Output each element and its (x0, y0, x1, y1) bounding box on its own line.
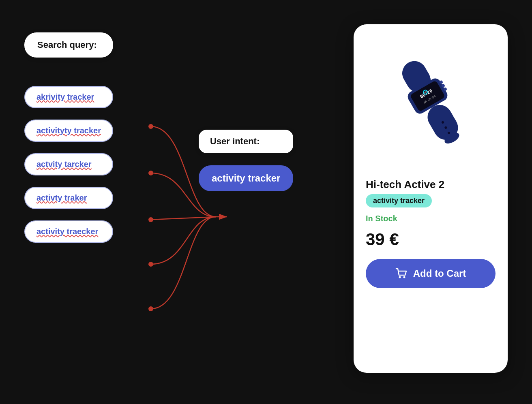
svg-point-4 (148, 262, 153, 267)
user-intent-section: User intent: activity tracker (199, 130, 293, 191)
activity-tracker-badge: activity tracker (199, 165, 293, 191)
svg-point-1 (148, 124, 153, 129)
left-section: Search query: akrivity tracker activityt… (24, 32, 113, 243)
svg-point-5 (148, 306, 153, 311)
product-image: 08:26 AM 06:00 8000 (374, 41, 487, 162)
add-to-cart-label: Add to Cart (413, 268, 466, 279)
misspelling-item-5: activity traecker (24, 220, 113, 243)
misspelling-item-2: activityty tracker (24, 120, 113, 142)
product-category-badge: activity tracker (366, 194, 432, 207)
product-card-wrapper: 08:26 AM 06:00 8000 (354, 24, 508, 380)
in-stock-label: In Stock (366, 214, 397, 223)
svg-point-21 (399, 276, 401, 278)
user-intent-label: User intent: (199, 130, 293, 153)
svg-point-22 (403, 276, 405, 278)
main-container: Search query: akrivity tracker activityt… (0, 0, 532, 404)
product-price: 39 € (366, 230, 399, 249)
misspelling-text-3: actvity tarcker (36, 160, 92, 169)
misspelling-list: akrivity tracker activityty tracker actv… (24, 86, 113, 243)
misspelling-item-4: activty traker (24, 187, 113, 209)
product-image-area: 08:26 AM 06:00 8000 (366, 32, 496, 170)
search-query-label: Search query: (24, 32, 113, 58)
misspelling-item-3: actvity tarcker (24, 153, 113, 175)
product-card: 08:26 AM 06:00 8000 (354, 24, 508, 373)
product-name: Hi-tech Active 2 (366, 178, 444, 191)
misspelling-text-1: akrivity tracker (36, 92, 94, 101)
misspelling-text-2: activityty tracker (36, 126, 101, 135)
cart-icon (395, 268, 408, 279)
misspelling-text-5: activity traecker (36, 227, 98, 236)
add-to-cart-button[interactable]: Add to Cart (366, 259, 496, 288)
svg-point-2 (148, 171, 153, 175)
svg-point-3 (148, 217, 153, 222)
misspelling-text-4: activty traker (36, 193, 87, 202)
misspelling-item-1: akrivity tracker (24, 86, 113, 108)
